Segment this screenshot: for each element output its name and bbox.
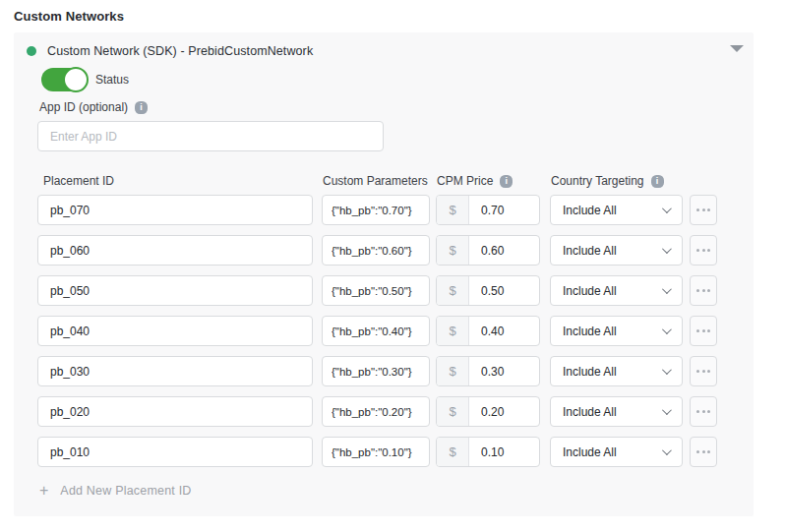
app-id-label: App ID (optional) [39,100,128,114]
placement-row: $ Include All [37,396,754,427]
ellipsis-icon [695,289,711,292]
placement-row: $ Include All [37,275,754,306]
row-options-button[interactable] [690,316,717,346]
country-targeting-select[interactable]: Include All [550,356,683,386]
cpm-price-input[interactable] [469,236,539,265]
cpm-price-input[interactable] [469,276,539,305]
app-id-input[interactable] [37,121,384,151]
row-options-button[interactable] [690,195,717,225]
chevron-down-icon [662,325,672,334]
dollar-icon: $ [437,397,469,426]
chevron-down-icon [662,405,672,415]
page-title: Custom Networks [14,9,124,24]
custom-network-panel: Custom Network (SDK) - PrebidCustomNetwo… [14,32,754,516]
cpm-price-input[interactable] [469,357,539,385]
dollar-icon: $ [437,357,469,385]
country-targeting-value: Include All [563,284,617,298]
country-targeting-select[interactable]: Include All [550,195,683,225]
status-toggle-row: Status [41,68,754,91]
app-id-label-row: App ID (optional) i [39,100,754,114]
table-header: Placement ID Custom Parameters CPM Price… [37,174,754,188]
placement-id-input[interactable] [37,437,313,467]
chevron-down-icon [662,204,672,213]
add-placement-label: Add New Placement ID [60,484,191,498]
info-icon[interactable]: i [651,175,664,188]
cpm-price-field: $ [436,195,540,225]
ellipsis-icon [695,410,711,413]
placement-id-header: Placement ID [37,174,313,188]
country-targeting-select[interactable]: Include All [550,235,683,266]
chevron-down-icon [662,445,672,455]
plus-icon: + [39,484,48,498]
custom-parameters-input[interactable] [322,396,430,427]
custom-parameters-input[interactable] [322,356,430,386]
placements-table: Placement ID Custom Parameters CPM Price… [37,174,754,467]
dollar-icon: $ [437,317,469,345]
country-targeting-value: Include All [563,405,617,419]
placement-id-input[interactable] [37,275,313,306]
ellipsis-icon [695,370,711,373]
panel-header: Custom Network (SDK) - PrebidCustomNetwo… [14,32,754,58]
dollar-icon: $ [437,276,469,305]
placement-row: $ Include All [37,356,754,386]
cpm-price-field: $ [436,437,540,467]
collapse-chevron-icon[interactable] [730,45,744,52]
placement-id-input[interactable] [37,396,313,427]
country-targeting-select[interactable]: Include All [550,316,683,346]
placement-rows: $ Include All $ I [37,195,754,467]
status-toggle[interactable] [41,68,88,91]
status-toggle-label: Status [95,73,129,87]
ellipsis-icon [695,329,711,332]
chevron-down-icon [662,365,672,375]
info-icon[interactable]: i [135,101,148,114]
placement-id-input[interactable] [37,235,313,266]
cpm-price-field: $ [436,356,540,386]
custom-parameters-input[interactable] [322,316,430,346]
dollar-icon: $ [437,438,469,466]
row-options-button[interactable] [690,275,717,306]
cpm-price-input[interactable] [469,397,539,426]
dollar-icon: $ [437,236,469,265]
placement-row: $ Include All [37,316,754,346]
country-targeting-value: Include All [563,204,617,217]
placement-id-input[interactable] [37,316,313,346]
country-targeting-select[interactable]: Include All [550,275,683,306]
placement-row: $ Include All [37,195,754,225]
cpm-price-input[interactable] [469,196,539,224]
row-options-button[interactable] [690,396,717,427]
country-targeting-select[interactable]: Include All [550,437,683,467]
chevron-down-icon [662,244,672,254]
placement-row: $ Include All [37,437,754,467]
placement-id-input[interactable] [37,195,313,225]
country-targeting-value: Include All [563,365,617,379]
custom-parameters-header: Custom Parameters [322,174,430,188]
toggle-knob [63,67,89,92]
cpm-price-input[interactable] [469,438,539,466]
cpm-price-field: $ [436,275,540,306]
chevron-down-icon [662,284,672,294]
cpm-price-header: CPM Price i [436,174,540,188]
cpm-price-input[interactable] [469,317,539,345]
ellipsis-icon [695,208,711,211]
country-targeting-value: Include All [563,325,617,338]
cpm-price-field: $ [436,316,540,346]
cpm-price-field: $ [436,396,540,427]
network-title: Custom Network (SDK) - PrebidCustomNetwo… [47,44,313,58]
country-targeting-select[interactable]: Include All [550,396,683,427]
placement-id-input[interactable] [37,356,313,386]
row-options-button[interactable] [690,437,717,467]
country-targeting-value: Include All [563,244,617,258]
add-placement-button[interactable]: + Add New Placement ID [39,484,192,498]
placement-row: $ Include All [37,235,754,266]
info-icon[interactable]: i [500,175,513,188]
row-options-button[interactable] [690,356,717,386]
custom-parameters-input[interactable] [322,195,430,225]
cpm-price-field: $ [436,235,540,266]
custom-parameters-input[interactable] [322,437,430,467]
custom-parameters-input[interactable] [322,235,430,266]
status-dot-icon [27,46,36,56]
country-targeting-header: Country Targeting i [550,174,683,188]
row-options-button[interactable] [690,235,717,266]
ellipsis-icon [695,249,711,252]
custom-parameters-input[interactable] [322,275,430,306]
